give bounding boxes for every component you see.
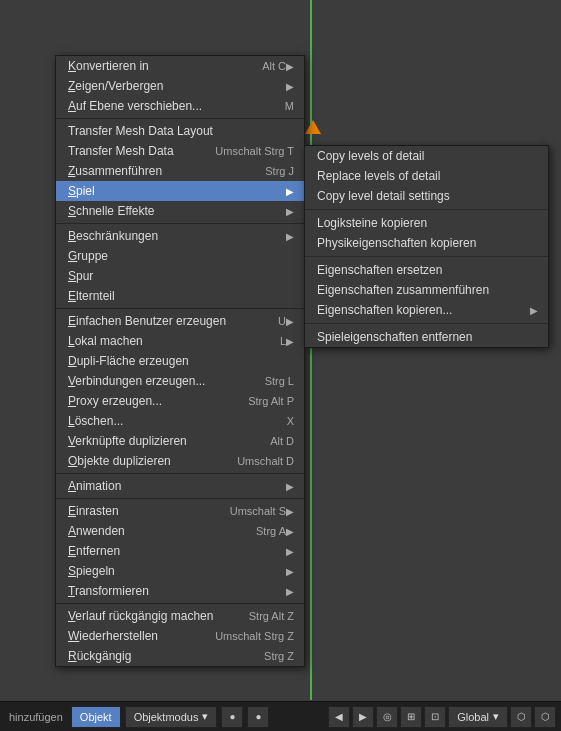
green-axis-line bbox=[310, 0, 312, 700]
nav-icon-1[interactable]: ◀ bbox=[328, 706, 350, 728]
menu-item-entfernen[interactable]: Entfernen ▶ bbox=[56, 541, 304, 561]
menu-item-spiel[interactable]: Spiel ▶ bbox=[56, 181, 304, 201]
dot-icon-2[interactable]: ● bbox=[247, 706, 269, 728]
submenu-item-replace-levels[interactable]: Replace levels of detail bbox=[305, 166, 548, 186]
global-chevron-icon: ▾ bbox=[493, 710, 499, 723]
nav-icon-4[interactable]: ⊞ bbox=[400, 706, 422, 728]
orange-arrow-indicator bbox=[305, 120, 321, 134]
menu-item-zeigen-verbergen[interactable]: Zeigen/Verbergen ▶ bbox=[56, 76, 304, 96]
menu-item-anwenden[interactable]: Anwenden Strg A ▶ bbox=[56, 521, 304, 541]
menu-item-objekte-duplizieren[interactable]: Objekte duplizieren Umschalt D bbox=[56, 451, 304, 471]
extra-icon-2[interactable]: ⬡ bbox=[534, 706, 556, 728]
submenu-item-physikeigenschaften[interactable]: Physikeigenschaften kopieren bbox=[305, 233, 548, 253]
submenu-item-copy-level-settings[interactable]: Copy level detail settings bbox=[305, 186, 548, 206]
separator-3 bbox=[56, 308, 304, 309]
menu-item-loschen[interactable]: Löschen... X bbox=[56, 411, 304, 431]
menu-item-ruckgangig[interactable]: Rückgängig Strg Z bbox=[56, 646, 304, 666]
menu-item-proxy[interactable]: Proxy erzeugen... Strg Alt P bbox=[56, 391, 304, 411]
obj-button[interactable]: Objekt bbox=[71, 706, 121, 728]
submenu-item-logiksteine[interactable]: Logiksteine kopieren bbox=[305, 213, 548, 233]
statusbar: hinzufügen Objekt Objektmodus ▾ ● ● ◀ ▶ … bbox=[0, 701, 561, 731]
right-icons: ◀ ▶ ◎ ⊞ ⊡ Global ▾ ⬡ ⬡ bbox=[328, 706, 556, 728]
submenu-separator-1 bbox=[305, 209, 548, 210]
menu-item-animation[interactable]: Animation ▶ bbox=[56, 476, 304, 496]
menu-item-einrasten[interactable]: Einrasten Umschalt S ▶ bbox=[56, 501, 304, 521]
menu-item-auf-ebene[interactable]: Auf Ebene verschieben... M bbox=[56, 96, 304, 116]
menu-item-elternteil[interactable]: Elternteil bbox=[56, 286, 304, 306]
menu-item-lokal-machen[interactable]: Lokal machen L ▶ bbox=[56, 331, 304, 351]
separator-6 bbox=[56, 603, 304, 604]
menu-item-wiederherstellen[interactable]: Wiederherstellen Umschalt Strg Z bbox=[56, 626, 304, 646]
nav-icon-3[interactable]: ◎ bbox=[376, 706, 398, 728]
submenu-item-eigenschaften-ersetzen[interactable]: Eigenschaften ersetzen bbox=[305, 260, 548, 280]
menu-item-schnelle-effekte[interactable]: Schnelle Effekte ▶ bbox=[56, 201, 304, 221]
extra-icon-1[interactable]: ⬡ bbox=[510, 706, 532, 728]
nav-icon-5[interactable]: ⊡ bbox=[424, 706, 446, 728]
mode-label: Objektmodus bbox=[134, 711, 199, 723]
menu-item-spiegeln[interactable]: Spiegeln ▶ bbox=[56, 561, 304, 581]
menu-item-spur[interactable]: Spur bbox=[56, 266, 304, 286]
menu-item-einfachen-benutzer[interactable]: Einfachen Benutzer erzeugen U ▶ bbox=[56, 311, 304, 331]
nav-icon-2[interactable]: ▶ bbox=[352, 706, 374, 728]
add-label: hinzufügen bbox=[5, 711, 67, 723]
separator-2 bbox=[56, 223, 304, 224]
menu-item-konvertieren[interactable]: Konvertieren in Alt C ▶ bbox=[56, 56, 304, 76]
context-menu: Konvertieren in Alt C ▶ Zeigen/Verbergen… bbox=[55, 55, 305, 667]
dot-icon-1[interactable]: ● bbox=[221, 706, 243, 728]
mode-button[interactable]: Objektmodus ▾ bbox=[125, 706, 218, 728]
submenu-item-eigenschaften-zusammen[interactable]: Eigenschaften zusammenführen bbox=[305, 280, 548, 300]
separator-5 bbox=[56, 498, 304, 499]
submenu-item-copy-levels[interactable]: Copy levels of detail bbox=[305, 146, 548, 166]
menu-item-dupli-flache[interactable]: Dupli-Fläche erzeugen bbox=[56, 351, 304, 371]
menu-item-verknupfte-duplizieren[interactable]: Verknüpfte duplizieren Alt D bbox=[56, 431, 304, 451]
separator-4 bbox=[56, 473, 304, 474]
submenu-item-spieleigenschaften[interactable]: Spieleigenschaften entfernen bbox=[305, 327, 548, 347]
menu-item-verlauf[interactable]: Verlauf rückgängig machen Strg Alt Z bbox=[56, 606, 304, 626]
menu-item-gruppe[interactable]: Gruppe bbox=[56, 246, 304, 266]
submenu-separator-3 bbox=[305, 323, 548, 324]
mode-chevron-icon: ▾ bbox=[202, 710, 208, 723]
menu-item-verbindungen[interactable]: Verbindungen erzeugen... Strg L bbox=[56, 371, 304, 391]
menu-item-transfer-mesh-data[interactable]: Transfer Mesh Data Umschalt Strg T bbox=[56, 141, 304, 161]
submenu-spiel: Copy levels of detail Replace levels of … bbox=[304, 145, 549, 348]
global-selector[interactable]: Global ▾ bbox=[448, 706, 508, 728]
menu-item-transfer-mesh-layout[interactable]: Transfer Mesh Data Layout bbox=[56, 121, 304, 141]
global-label: Global bbox=[457, 711, 489, 723]
menu-item-zusammenfuhren[interactable]: Zusammenführen Strg J bbox=[56, 161, 304, 181]
separator-1 bbox=[56, 118, 304, 119]
submenu-separator-2 bbox=[305, 256, 548, 257]
menu-item-transformieren[interactable]: Transformieren ▶ bbox=[56, 581, 304, 601]
submenu-item-eigenschaften-kopieren[interactable]: Eigenschaften kopieren... ▶ bbox=[305, 300, 548, 320]
menu-item-beschrankungen[interactable]: Beschränkungen ▶ bbox=[56, 226, 304, 246]
